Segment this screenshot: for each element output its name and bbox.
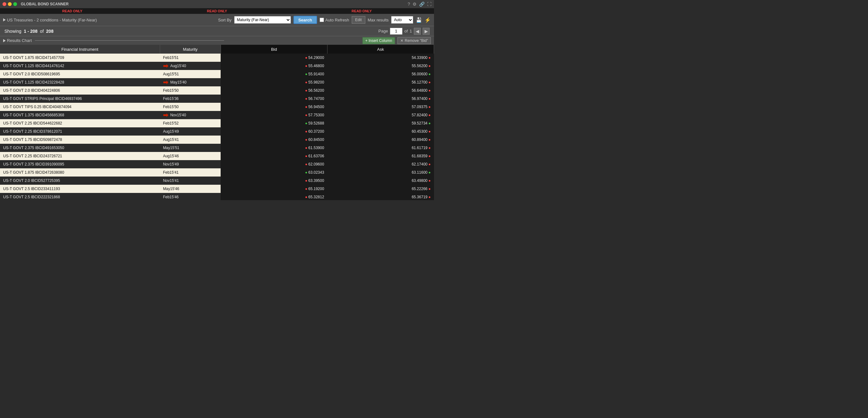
table-row[interactable]: US-T GOVT 1.125 IBCID423228428 ➡ May15'4… <box>0 78 434 86</box>
cell-maturity: Feb15'52 <box>160 119 221 127</box>
ask-value: 54.33900 <box>412 56 427 60</box>
bid-value: 57.75300 <box>308 113 324 117</box>
ask-value: 65.22266 <box>412 187 427 191</box>
auto-refresh-checkbox[interactable] <box>319 18 324 22</box>
remove-column-button[interactable]: ✕ Remove "Bid" <box>397 37 431 44</box>
table-row[interactable]: US-T GOVT 1.875 IBCID471457709Feb15'51●5… <box>0 54 434 62</box>
link-icon[interactable]: 🔗 <box>419 2 425 7</box>
table-row[interactable]: US-T GOVT 2.0 IBCID404224806Feb15'50●56.… <box>0 86 434 95</box>
save-layout-button[interactable]: 💾 <box>416 17 422 23</box>
col-header-maturity[interactable]: Maturity <box>160 45 221 54</box>
col-header-instrument[interactable]: Financial Instrument <box>0 45 160 54</box>
ask-value: 56.64800 <box>412 88 427 93</box>
help-icon[interactable]: ? <box>407 2 410 7</box>
ask-value: 55.56200 <box>412 64 427 68</box>
ask-dot-icon: ● <box>428 138 431 142</box>
cell-bid: ●55.46800 <box>221 62 327 70</box>
cell-ask: 60.89400● <box>327 136 434 144</box>
cell-instrument: US-T GOVT 2.0 IBCID527725395 <box>0 177 160 185</box>
search-button[interactable]: Search <box>293 16 317 24</box>
window-controls[interactable] <box>2 2 17 6</box>
results-chart-label: Results Chart <box>3 38 224 43</box>
cell-instrument: US-T GOVT 2.0 IBCID508619695 <box>0 70 160 78</box>
ask-dot-icon: ● <box>428 178 431 183</box>
row-arrow-icon: ➡ <box>163 62 168 70</box>
page-input[interactable] <box>390 28 402 35</box>
ask-value: 65.36719 <box>412 195 427 199</box>
bid-value: 56.94500 <box>308 104 324 109</box>
col-header-ask[interactable]: Ask <box>327 45 434 54</box>
edit-button[interactable]: Edit <box>352 16 365 24</box>
ask-value: 60.89400 <box>412 138 427 142</box>
results-chart-bar: Results Chart + Insert Column ✕ Remove "… <box>0 36 434 45</box>
sort-by-select[interactable]: Maturity (Far-Near) Maturity (Near-Far) … <box>234 16 291 24</box>
expand-triangle-icon[interactable] <box>3 18 6 22</box>
table-row[interactable]: US-T GOVT 1.875 IBCID472638080Feb15'41●6… <box>0 168 434 177</box>
table-row[interactable]: US-T GOVT 2.0 IBCID527725395Nov15'41●63.… <box>0 177 434 185</box>
bid-value: 61.63706 <box>308 154 324 158</box>
bid-dot-icon: ● <box>305 195 307 199</box>
bid-dot-icon: ● <box>305 104 307 109</box>
ask-dot-icon: ● <box>428 195 431 199</box>
cell-instrument: US-T GOVT 2.25 IBCID243726721 <box>0 152 160 160</box>
cell-maturity: May15'51 <box>160 144 221 152</box>
cell-ask: 57.09375● <box>327 103 434 111</box>
data-table-wrapper: Financial Instrument Maturity Bid Ask US… <box>0 45 434 200</box>
cell-ask: 57.82400● <box>327 111 434 119</box>
bid-value: 62.09600 <box>308 162 324 167</box>
bid-value: 54.29000 <box>308 56 324 60</box>
title-bar: GLOBAL BOND SCANNER ? ⚙ 🔗 ⛶ <box>0 0 434 8</box>
table-row[interactable]: US-T GOVT 2.25 IBCID544622682Feb15'52●59… <box>0 119 434 127</box>
cell-bid: ●56.94500 <box>221 103 327 111</box>
table-row[interactable]: US-T GOVT 2.375 IBCID391090095Nov15'49●6… <box>0 160 434 168</box>
cell-bid: ●55.98200 <box>221 78 327 86</box>
table-row[interactable]: US-T GOVT TIPS 0.25 IBCID404874094Feb15'… <box>0 103 434 111</box>
cell-ask: 63.11600● <box>327 168 434 177</box>
close-button[interactable] <box>2 2 6 6</box>
cell-instrument: US-T GOVT 1.75 IBCID509872478 <box>0 136 160 144</box>
table-row[interactable]: US-T GOVT 2.25 IBCID378612071Aug15'49●60… <box>0 127 434 136</box>
table-row[interactable]: US-T GOVT STRIPS Principal IBCID46937496… <box>0 95 434 103</box>
settings-icon[interactable]: ⚙ <box>412 2 417 7</box>
cell-bid: ●61.53900 <box>221 144 327 152</box>
insert-column-button[interactable]: + Insert Column <box>363 37 395 44</box>
prev-page-button[interactable]: ◀ <box>414 28 421 35</box>
cell-maturity: Aug15'49 <box>160 127 221 136</box>
cell-maturity: Feb15'46 <box>160 193 221 200</box>
table-row[interactable]: US-T GOVT 1.375 IBCID456685368 ➡ Nov15'4… <box>0 111 434 119</box>
cell-instrument: US-T GOVT STRIPS Principal IBCID46937496 <box>0 95 160 103</box>
bid-dot-icon: ● <box>305 121 307 125</box>
bid-value: 65.19200 <box>308 187 324 191</box>
expand-icon[interactable]: ⛶ <box>427 2 432 7</box>
table-row[interactable]: US-T GOVT 2.5 IBCID222321868Feb15'46●65.… <box>0 193 434 200</box>
max-results-select[interactable]: Auto 50 100 200 500 <box>391 16 413 24</box>
ask-dot-icon: ● <box>428 146 431 150</box>
auto-refresh-text: Auto Refresh <box>325 18 349 22</box>
cell-bid: ●65.32812 <box>221 193 327 200</box>
cell-bid: ●65.19200 <box>221 185 327 193</box>
table-row[interactable]: US-T GOVT 2.5 IBCID233411193May15'46●65.… <box>0 185 434 193</box>
ask-dot-icon: ● <box>428 129 431 134</box>
table-row[interactable]: US-T GOVT 2.25 IBCID243726721Aug15'46●61… <box>0 152 434 160</box>
minimize-button[interactable] <box>8 2 12 6</box>
ask-dot-icon: ● <box>428 88 431 93</box>
bid-dot-icon: ● <box>305 72 307 76</box>
table-row[interactable]: US-T GOVT 1.75 IBCID509872478Aug15'41●60… <box>0 136 434 144</box>
table-row[interactable]: US-T GOVT 2.0 IBCID508619695Aug15'51●55.… <box>0 70 434 78</box>
ask-value: 57.82400 <box>412 113 427 117</box>
maximize-button[interactable] <box>13 2 17 6</box>
table-row[interactable]: US-T GOVT 2.375 IBCID491653050May15'51●6… <box>0 144 434 152</box>
remove-col-text: Remove "Bid" <box>405 38 428 43</box>
col-header-bid[interactable]: Bid <box>221 45 327 54</box>
chart-triangle-icon[interactable] <box>3 39 6 42</box>
next-page-button[interactable]: ▶ <box>423 28 430 35</box>
page-label: Page <box>378 29 388 33</box>
ask-dot-icon: ● <box>428 121 431 125</box>
cell-ask: 56.00600● <box>327 70 434 78</box>
lightning-button[interactable]: ⚡ <box>425 17 431 23</box>
controls-bar: US Treasuries - 2 conditions - Maturity … <box>0 14 434 26</box>
ask-value: 63.11600 <box>412 170 427 175</box>
cell-maturity: Aug15'51 <box>160 70 221 78</box>
auto-refresh-label: Auto Refresh <box>319 18 349 22</box>
table-row[interactable]: US-T GOVT 1.125 IBCID441476142 ➡ Aug15'4… <box>0 62 434 70</box>
